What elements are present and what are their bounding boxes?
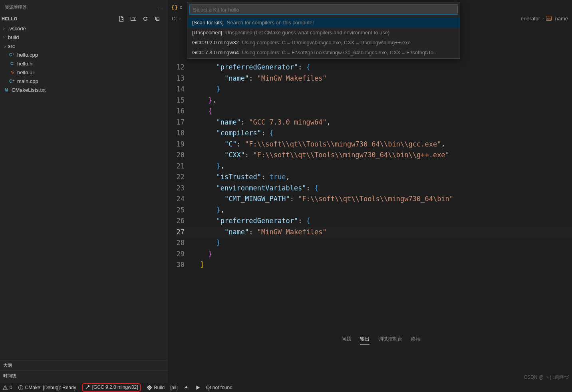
quickpick-item[interactable]: GCC 7.3.0 mingw64Using compilers: C = F:… [187, 48, 460, 57]
chevron-right-icon: › [542, 16, 544, 21]
string-icon: abc [546, 16, 552, 21]
play-icon [195, 385, 201, 390]
status-bar: 0 CMake: [Debug]: Ready [GCC 9.2.0 mingw… [0, 383, 572, 392]
bug-icon [183, 385, 189, 391]
explorer-sidebar: 资源管理器 ⋯ HELLO ›.vscode ›build ⌄src C⁺hel… [0, 0, 168, 392]
timeline-panel-header[interactable]: 时间线 [0, 370, 168, 381]
file-hello-ui[interactable]: ∿hello.ui [0, 68, 168, 77]
folder-build[interactable]: ›build [0, 33, 168, 42]
folder-src[interactable]: ⌄src [0, 42, 168, 50]
new-folder-icon[interactable] [130, 16, 137, 22]
file-main-cpp[interactable]: C⁺main.cpp [0, 77, 168, 85]
new-file-icon[interactable] [118, 16, 125, 22]
status-run-icon[interactable] [195, 385, 201, 390]
tab-terminal[interactable]: 终端 [411, 336, 421, 345]
explorer-title: 资源管理器 [5, 4, 27, 10]
folder-vscode[interactable]: ›.vscode [0, 24, 168, 33]
file-cmakelists[interactable]: MCMakeLists.txt [0, 85, 168, 94]
quickpick-item[interactable]: [Scan for kits]Search for compilers on t… [187, 18, 460, 28]
status-cmake[interactable]: CMake: [Debug]: Ready [18, 385, 76, 390]
project-header[interactable]: HELLO [0, 14, 168, 23]
quickpick-input[interactable] [189, 4, 458, 15]
breadcrumb-item[interactable]: enerator [521, 16, 540, 22]
outline-panel-header[interactable]: 大纲 [0, 360, 168, 370]
gear-icon [147, 385, 152, 390]
file-hello-cpp[interactable]: C⁺hello.cpp [0, 50, 168, 59]
status-build[interactable]: Build [147, 385, 165, 390]
file-hello-h[interactable]: Chello.h [0, 59, 168, 68]
status-qt[interactable]: Qt not found [206, 385, 232, 390]
watermark: CSDN @ ヽ( ﾟ羁绊づ [524, 374, 569, 381]
json-icon: { } [172, 4, 177, 10]
code-editor[interactable]: 12 "preferredGenerator": {13 "name": "Mi… [176, 62, 572, 333]
tab-debug-console[interactable]: 调试控制台 [378, 336, 402, 345]
chevron-right-icon: › [179, 16, 181, 21]
quickpick-item[interactable]: [Unspecified]Unspecified (Let CMake gues… [187, 28, 460, 38]
status-debug-icon[interactable] [183, 385, 189, 391]
status-kit-highlighted[interactable]: [GCC 9.2.0 mingw32] [82, 383, 141, 392]
file-tree: ›.vscode ›build ⌄src C⁺hello.cpp Chello.… [0, 23, 168, 94]
tab-problems[interactable]: 问题 [342, 336, 351, 345]
tab-output[interactable]: 输出 [360, 336, 369, 345]
status-target[interactable]: [all] [170, 385, 178, 390]
more-icon[interactable]: ⋯ [157, 4, 163, 10]
status-warnings[interactable]: 0 [2, 385, 12, 390]
info-icon [18, 385, 24, 390]
warning-icon [2, 385, 8, 390]
collapse-all-icon[interactable] [154, 16, 161, 22]
wrench-icon [85, 384, 91, 390]
breadcrumb-item[interactable]: name [555, 16, 568, 22]
quickpick-item[interactable]: GCC 9.2.0 mingw32Using compilers: C = D:… [187, 38, 460, 48]
refresh-icon[interactable] [142, 16, 149, 22]
tab-label[interactable]: c [180, 4, 183, 10]
kit-quickpick: [Scan for kits]Search for compilers on t… [187, 2, 460, 59]
breadcrumb-root[interactable]: C: [172, 16, 177, 22]
